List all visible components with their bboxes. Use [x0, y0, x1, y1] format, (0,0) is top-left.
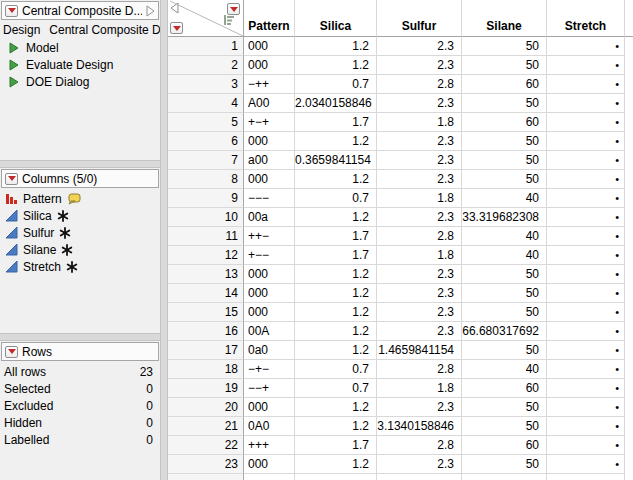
silane-cell[interactable]: 50 [462, 417, 547, 436]
row-number-cell[interactable]: 14 [168, 284, 244, 303]
pattern-cell[interactable]: −−+ [244, 379, 295, 398]
stretch-cell[interactable]: • [547, 341, 625, 360]
horizontal-splitter[interactable] [0, 160, 160, 168]
row-number-cell[interactable]: 16 [168, 322, 244, 341]
stretch-cell[interactable]: • [547, 398, 625, 417]
silica-cell[interactable]: 1.2 [295, 56, 377, 75]
stretch-cell[interactable]: • [547, 303, 625, 322]
silica-cell[interactable]: 0.7 [295, 75, 377, 94]
stretch-cell[interactable]: • [547, 284, 625, 303]
silane-cell[interactable]: 50 [462, 341, 547, 360]
rows-stat-all-rows[interactable]: All rows 23 [0, 363, 160, 380]
pattern-cell[interactable]: 0A0 [244, 417, 295, 436]
column-header-pattern[interactable]: Pattern [244, 0, 295, 37]
row-number-cell[interactable]: 1 [168, 37, 244, 56]
row-number-cell[interactable]: 5 [168, 113, 244, 132]
silane-cell[interactable]: 40 [462, 189, 547, 208]
stretch-cell[interactable]: • [547, 208, 625, 227]
column-item-pattern[interactable]: Pattern [0, 190, 160, 207]
silica-cell[interactable]: 1.2 [295, 341, 377, 360]
row-number-cell[interactable]: 22 [168, 436, 244, 455]
row-number-cell[interactable]: 13 [168, 265, 244, 284]
pattern-cell[interactable]: 000 [244, 398, 295, 417]
stretch-cell[interactable]: • [547, 379, 625, 398]
column-item-silica[interactable]: Silica [0, 207, 160, 224]
script-item-model[interactable]: Model [0, 39, 160, 56]
silane-cell[interactable]: 50 [462, 94, 547, 113]
silane-cell[interactable]: 60 [462, 436, 547, 455]
pattern-cell[interactable]: 000 [244, 303, 295, 322]
pattern-cell[interactable]: 0a0 [244, 341, 295, 360]
chevron-left-icon[interactable] [170, 2, 179, 14]
row-number-cell[interactable]: 9 [168, 189, 244, 208]
silica-cell[interactable]: 1.2 [295, 455, 377, 474]
sulfur-cell[interactable]: 2.3 [377, 455, 462, 474]
silane-cell[interactable]: 60 [462, 379, 547, 398]
silica-cell[interactable]: 0.7 [295, 379, 377, 398]
row-number-cell[interactable]: 12 [168, 246, 244, 265]
script-item-evaluate-design[interactable]: Evaluate Design [0, 56, 160, 73]
vertical-splitter[interactable] [160, 0, 168, 480]
sulfur-cell[interactable]: 2.3 [377, 303, 462, 322]
sulfur-cell[interactable]: 2.8 [377, 360, 462, 379]
silica-cell[interactable]: 1.2 [295, 303, 377, 322]
row-number-cell[interactable]: 10 [168, 208, 244, 227]
silica-cell[interactable]: 1.7 [295, 113, 377, 132]
row-number-cell[interactable]: 21 [168, 417, 244, 436]
pattern-cell[interactable]: 000 [244, 37, 295, 56]
pattern-cell[interactable]: a00 [244, 151, 295, 170]
silane-cell[interactable]: 40 [462, 246, 547, 265]
pattern-cell[interactable]: ++− [244, 227, 295, 246]
stretch-cell[interactable]: • [547, 151, 625, 170]
pattern-cell[interactable]: 000 [244, 170, 295, 189]
silica-cell[interactable]: 1.2 [295, 398, 377, 417]
sulfur-cell[interactable]: 2.3 [377, 151, 462, 170]
horizontal-splitter[interactable] [0, 333, 160, 341]
stretch-cell[interactable]: • [547, 94, 625, 113]
silane-cell[interactable]: 33.319682308 [462, 208, 547, 227]
row-number-cell[interactable]: 8 [168, 170, 244, 189]
silica-cell[interactable]: 1.2 [295, 170, 377, 189]
silica-cell[interactable]: 0.3659841154 [295, 151, 377, 170]
silane-cell[interactable]: 50 [462, 170, 547, 189]
chevron-right-icon[interactable] [146, 5, 155, 17]
pattern-cell[interactable]: 00a [244, 208, 295, 227]
sulfur-cell[interactable]: 1.8 [377, 189, 462, 208]
row-number-cell[interactable]: 3 [168, 75, 244, 94]
column-item-sulfur[interactable]: Sulfur [0, 224, 160, 241]
silica-cell[interactable]: 1.2 [295, 417, 377, 436]
pattern-cell[interactable]: +−+ [244, 113, 295, 132]
row-number-cell[interactable]: 23 [168, 455, 244, 474]
pattern-cell[interactable]: 000 [244, 56, 295, 75]
silane-cell[interactable]: 50 [462, 284, 547, 303]
silane-cell[interactable]: 50 [462, 56, 547, 75]
sulfur-cell[interactable]: 1.8 [377, 379, 462, 398]
sulfur-cell[interactable]: 3.1340158846 [377, 417, 462, 436]
silane-cell[interactable]: 60 [462, 75, 547, 94]
silane-cell[interactable]: 50 [462, 398, 547, 417]
pattern-cell[interactable]: +++ [244, 436, 295, 455]
pattern-cell[interactable]: 00A [244, 322, 295, 341]
silane-cell[interactable]: 50 [462, 265, 547, 284]
column-item-stretch[interactable]: Stretch [0, 258, 160, 275]
stretch-cell[interactable]: • [547, 417, 625, 436]
columns-panel-menu-button[interactable] [5, 173, 18, 185]
pattern-cell[interactable]: 000 [244, 455, 295, 474]
pattern-cell[interactable]: −++ [244, 75, 295, 94]
silica-cell[interactable]: 1.2 [295, 284, 377, 303]
stretch-cell[interactable]: • [547, 265, 625, 284]
silane-cell[interactable]: 60 [462, 113, 547, 132]
rows-stat-hidden[interactable]: Hidden 0 [0, 414, 160, 431]
stretch-cell[interactable]: • [547, 113, 625, 132]
row-number-cell[interactable]: 20 [168, 398, 244, 417]
stretch-cell[interactable]: • [547, 56, 625, 75]
pattern-cell[interactable]: −+− [244, 360, 295, 379]
column-header-silane[interactable]: Silane [462, 0, 547, 37]
pattern-cell[interactable]: −−− [244, 189, 295, 208]
silane-cell[interactable]: 50 [462, 303, 547, 322]
sulfur-cell[interactable]: 2.3 [377, 170, 462, 189]
sulfur-cell[interactable]: 2.8 [377, 436, 462, 455]
script-item-doe-dialog[interactable]: DOE Dialog [0, 73, 160, 90]
stretch-cell[interactable]: • [547, 436, 625, 455]
stretch-cell[interactable]: • [547, 37, 625, 56]
